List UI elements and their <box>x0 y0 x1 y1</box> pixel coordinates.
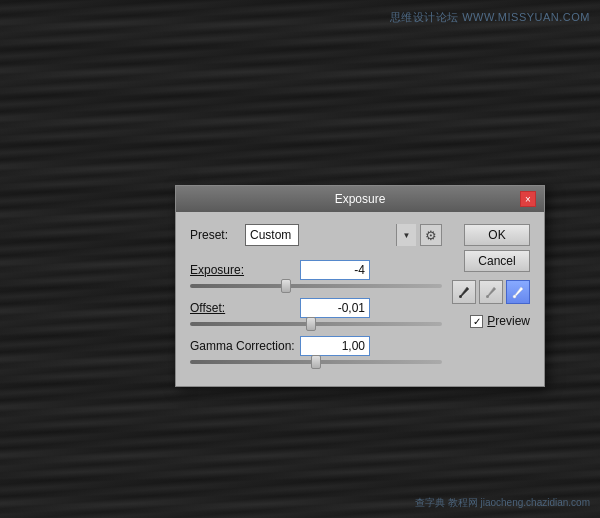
gamma-slider-row <box>190 360 442 364</box>
eyedropper-gray-button[interactable] <box>479 280 503 304</box>
eyedropper-white-icon <box>511 285 525 299</box>
offset-label: Offset: <box>190 301 300 315</box>
gamma-slider-thumb[interactable] <box>311 355 321 369</box>
eyedropper-black-button[interactable] <box>452 280 476 304</box>
preview-row: ✓ Preview <box>470 314 530 328</box>
watermark-top: 思维设计论坛 WWW.MISSYUAN.COM <box>390 10 590 25</box>
gamma-label: Gamma Correction: <box>190 339 300 353</box>
preset-select-wrapper: Custom Default -1.0 EV -2.0 EV +1.0 EV +… <box>245 224 416 246</box>
eyedropper-group <box>452 280 530 304</box>
dialog-titlebar: Exposure × <box>176 186 544 212</box>
eyedropper-white-button[interactable] <box>506 280 530 304</box>
preview-underline-p: P <box>487 314 495 328</box>
exposure-field-row: Exposure: <box>190 260 442 280</box>
offset-slider-thumb[interactable] <box>306 317 316 331</box>
close-button[interactable]: × <box>520 191 536 207</box>
preset-settings-button[interactable]: ⚙ <box>420 224 442 246</box>
gamma-field-row: Gamma Correction: <box>190 336 442 356</box>
watermark-bottom: 查字典 教程网 jiaocheng.chazidian.com <box>415 496 590 510</box>
exposure-slider-row <box>190 284 442 288</box>
offset-input[interactable] <box>300 298 370 318</box>
exposure-slider-track[interactable] <box>190 284 442 288</box>
eyedropper-gray-icon <box>484 285 498 299</box>
svg-point-2 <box>513 295 516 298</box>
ok-button[interactable]: OK <box>464 224 530 246</box>
exposure-slider-thumb[interactable] <box>281 279 291 293</box>
gamma-slider-track[interactable] <box>190 360 442 364</box>
exposure-dialog: Exposure × Preset: Custom Default -1.0 E… <box>175 185 545 387</box>
dialog-main: Preset: Custom Default -1.0 EV -2.0 EV +… <box>190 224 442 374</box>
gamma-input[interactable] <box>300 336 370 356</box>
eyedropper-black-icon <box>457 285 471 299</box>
exposure-label: Exposure: <box>190 263 300 277</box>
preset-select[interactable]: Custom Default -1.0 EV -2.0 EV +1.0 EV +… <box>245 224 299 246</box>
preview-label: Preview <box>487 314 530 328</box>
offset-field-row: Offset: <box>190 298 442 318</box>
dialog-title: Exposure <box>200 192 520 206</box>
exposure-input[interactable] <box>300 260 370 280</box>
cancel-button[interactable]: Cancel <box>464 250 530 272</box>
preset-label: Preset: <box>190 228 245 242</box>
svg-point-0 <box>459 295 462 298</box>
preview-checkbox[interactable]: ✓ <box>470 315 483 328</box>
dialog-content: Preset: Custom Default -1.0 EV -2.0 EV +… <box>190 224 530 374</box>
select-arrow-icon: ▼ <box>396 224 416 246</box>
offset-slider-row <box>190 322 442 326</box>
preset-row: Preset: Custom Default -1.0 EV -2.0 EV +… <box>190 224 442 246</box>
offset-slider-track[interactable] <box>190 322 442 326</box>
svg-point-1 <box>486 295 489 298</box>
dialog-right-panel: OK Cancel <box>452 224 530 374</box>
dialog-body: Preset: Custom Default -1.0 EV -2.0 EV +… <box>176 212 544 386</box>
